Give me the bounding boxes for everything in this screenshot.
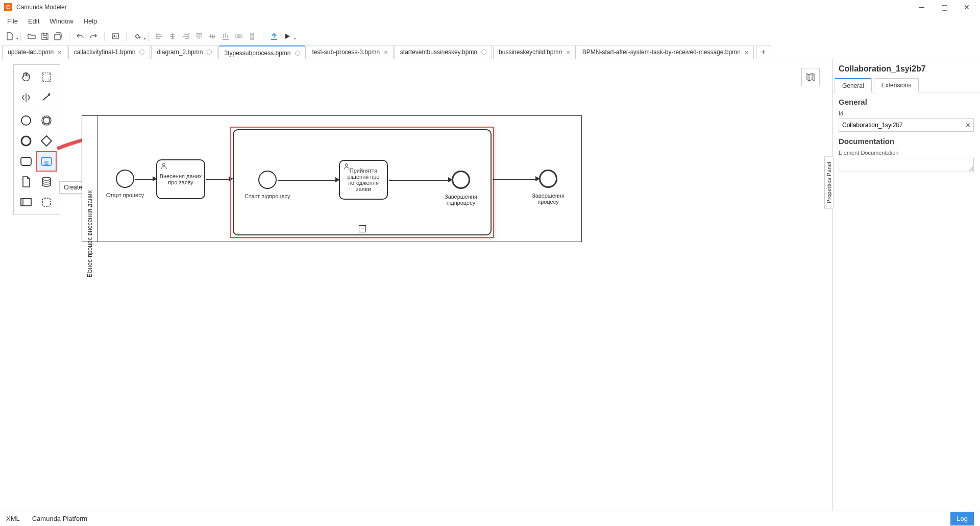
tab-close-icon[interactable]: × bbox=[566, 49, 570, 56]
tab-starteventbussineskey[interactable]: starteventbussineskey.bpmn bbox=[395, 45, 492, 59]
svg-rect-6 bbox=[251, 33, 254, 35]
save-icon[interactable] bbox=[39, 31, 51, 42]
unsaved-indicator-icon bbox=[295, 51, 300, 56]
tab-add-button[interactable]: + bbox=[756, 45, 770, 59]
toolbar: ▾ ▾ ▾ bbox=[0, 28, 980, 45]
svg-rect-5 bbox=[241, 35, 242, 38]
menu-help[interactable]: Help bbox=[80, 16, 102, 27]
deploy-icon[interactable] bbox=[268, 31, 280, 42]
tab-diagram-2[interactable]: diagram_2.bpmn bbox=[151, 45, 217, 59]
distribute-h-icon[interactable] bbox=[233, 31, 244, 42]
menu-file[interactable]: File bbox=[3, 16, 22, 27]
tab-3typessubprocess[interactable]: 3typessubprocess.bpmn bbox=[218, 45, 305, 59]
svg-rect-3 bbox=[236, 35, 237, 38]
menu-edit[interactable]: Edit bbox=[24, 16, 43, 27]
unsaved-indicator-icon bbox=[481, 50, 486, 55]
redo-icon[interactable] bbox=[88, 31, 99, 42]
tab-bpmn-start-after[interactable]: BPMN-start-after-system-task-by-received… bbox=[577, 45, 754, 59]
new-file-icon[interactable]: ▾ bbox=[4, 31, 15, 42]
align-top-icon[interactable] bbox=[193, 31, 205, 42]
distribute-v-icon[interactable] bbox=[247, 31, 258, 42]
align-middle-icon[interactable] bbox=[207, 31, 218, 42]
menu-window[interactable]: Window bbox=[45, 16, 77, 27]
menu-bar: File Edit Window Help bbox=[0, 14, 980, 28]
svg-rect-7 bbox=[251, 36, 254, 37]
save-all-icon[interactable] bbox=[53, 31, 64, 42]
align-center-icon[interactable] bbox=[167, 31, 178, 42]
image-icon[interactable] bbox=[110, 31, 121, 42]
run-icon[interactable]: ▾ bbox=[282, 31, 293, 42]
tab-update-lab[interactable]: update-lab.bpmn× bbox=[2, 45, 67, 59]
open-icon[interactable] bbox=[26, 31, 37, 42]
tab-bar: update-lab.bpmn× callactivityfinal-1.bpm… bbox=[0, 45, 980, 59]
window-title: Camunda Modeler bbox=[16, 4, 916, 11]
minimize-button[interactable]: ─ bbox=[916, 1, 928, 13]
align-bottom-icon[interactable] bbox=[220, 31, 231, 42]
tab-callactivityfinal[interactable]: callactivityfinal-1.bpmn bbox=[68, 45, 151, 59]
tab-close-icon[interactable]: × bbox=[745, 49, 749, 56]
window-title-bar: C Camunda Modeler ─ ▢ ✕ bbox=[0, 0, 980, 14]
unsaved-indicator-icon bbox=[207, 50, 212, 55]
app-icon: C bbox=[4, 3, 12, 11]
maximize-button[interactable]: ▢ bbox=[938, 1, 950, 13]
align-right-icon[interactable] bbox=[180, 31, 191, 42]
svg-point-2 bbox=[139, 37, 141, 38]
tab-close-icon[interactable]: × bbox=[384, 49, 388, 56]
close-button[interactable]: ✕ bbox=[961, 1, 973, 13]
undo-icon[interactable] bbox=[75, 31, 86, 42]
tab-bussineskeychild[interactable]: bussineskeychild.bpmn× bbox=[493, 45, 576, 59]
tab-close-icon[interactable]: × bbox=[58, 49, 62, 56]
color-fill-icon[interactable]: ▾ bbox=[132, 31, 143, 42]
align-left-icon[interactable] bbox=[154, 31, 165, 42]
tab-test-sub-process[interactable]: test-sub-process-3.bpmn× bbox=[307, 45, 394, 59]
svg-rect-4 bbox=[238, 35, 240, 38]
unsaved-indicator-icon bbox=[139, 50, 144, 55]
svg-rect-8 bbox=[251, 38, 254, 40]
